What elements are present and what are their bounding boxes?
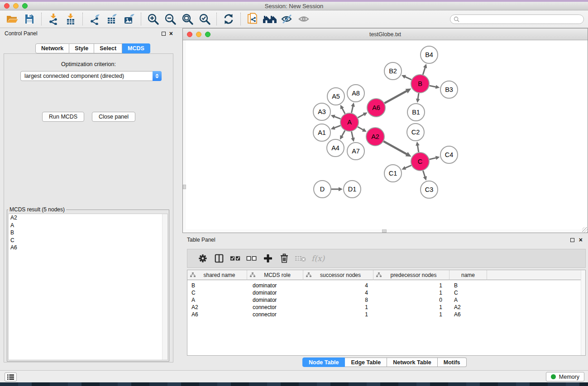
hide-graphics-details-button[interactable] (278, 12, 296, 26)
graph-edge[interactable] (351, 132, 355, 142)
mcds-result-item[interactable]: A (9, 222, 167, 229)
select-all-checkboxes-button[interactable] (227, 251, 244, 266)
graph-edge[interactable] (331, 125, 341, 129)
float-panel-icon[interactable] (570, 238, 574, 242)
network-graph[interactable]: B4B2BB3A8A5A6A3B1AC2A1A2A4A7C4CC1DD1C3 (183, 40, 588, 233)
graph-node[interactable]: C1 (384, 165, 402, 182)
table-cell[interactable]: A2 (187, 304, 247, 311)
table-cell[interactable]: 1 (373, 304, 449, 311)
tab-mcds[interactable]: MCDS (122, 43, 150, 53)
table-cell[interactable]: connector (247, 311, 303, 318)
close-panel-icon[interactable]: × (579, 236, 583, 244)
column-header-predecessor-nodes[interactable]: predecessor nodes (373, 270, 449, 280)
mcds-result-list[interactable]: A2ABCA6 (8, 214, 168, 360)
table-cell[interactable]: B (187, 282, 247, 289)
graph-edge[interactable] (416, 142, 420, 152)
graph-node[interactable]: B (411, 75, 429, 93)
graph-node[interactable]: A6 (367, 99, 385, 117)
memory-button[interactable]: Memory (546, 372, 584, 381)
graph-node[interactable]: B4 (421, 46, 438, 63)
network-horizontal-scroll-thumb[interactable] (382, 229, 387, 233)
graph-node[interactable]: C2 (407, 124, 424, 141)
tab-motifs[interactable]: Motifs (438, 357, 467, 367)
tab-style[interactable]: Style (69, 43, 94, 53)
table-cell[interactable]: 1 (373, 282, 449, 289)
search-input[interactable] (459, 15, 583, 23)
tab-edge-table[interactable]: Edge Table (345, 357, 387, 367)
float-panel-icon[interactable] (162, 32, 166, 36)
graph-edge[interactable] (384, 89, 411, 103)
table-cell[interactable]: A2 (449, 304, 487, 311)
tab-node-table[interactable]: Node Table (302, 357, 345, 367)
mcds-result-item[interactable]: A2 (9, 214, 167, 222)
graph-edge[interactable] (423, 64, 427, 75)
export-image-button[interactable] (120, 12, 138, 26)
delete-row-button[interactable] (276, 251, 292, 266)
graph-node[interactable]: C (411, 152, 429, 171)
table-cell[interactable]: A (449, 296, 487, 304)
graph-edge[interactable] (423, 171, 427, 181)
graph-edge[interactable] (331, 187, 343, 191)
table-cell[interactable]: C (187, 289, 247, 296)
graph-edge[interactable] (351, 103, 355, 113)
graph-node[interactable]: B2 (384, 62, 402, 80)
table-cell[interactable]: C (449, 289, 487, 296)
close-panel-icon[interactable]: × (169, 29, 173, 38)
column-header-successor-nodes[interactable]: successor nodes (303, 270, 373, 280)
mcds-result-item[interactable]: A6 (9, 244, 167, 252)
show-graphics-details-button[interactable] (296, 12, 313, 26)
close-panel-button[interactable]: Close panel (92, 112, 135, 122)
graph-node[interactable]: A2 (366, 128, 384, 146)
table-cell[interactable]: 1 (303, 304, 373, 311)
column-header-shared-name[interactable]: shared name (187, 270, 247, 280)
export-table-button[interactable] (103, 12, 120, 26)
table-cell[interactable]: connector (247, 304, 303, 311)
run-mcds-button[interactable]: Run MCDS (42, 112, 84, 122)
window-resize-grip[interactable] (582, 227, 588, 233)
graph-node[interactable]: A3 (313, 103, 330, 120)
zoom-in-button[interactable] (144, 12, 162, 26)
tab-network-table[interactable]: Network Table (387, 357, 438, 367)
graph-node[interactable]: A1 (313, 124, 330, 141)
table-cell[interactable]: 1 (373, 289, 449, 296)
refresh-view-button[interactable] (220, 12, 237, 26)
mcds-result-item[interactable]: C (9, 237, 167, 244)
table-cell[interactable]: B (449, 282, 487, 289)
column-header-name[interactable]: name (449, 270, 487, 280)
graph-node[interactable]: D1 (344, 181, 361, 198)
table-cell[interactable]: 1 (373, 311, 449, 318)
table-cell[interactable]: dominator (247, 282, 303, 289)
table-cell[interactable]: A6 (449, 311, 487, 318)
graph-node[interactable]: A4 (327, 139, 344, 157)
graph-edge[interactable] (429, 156, 440, 160)
search-box[interactable] (450, 14, 584, 24)
deselect-all-checkboxes-button[interactable] (244, 251, 260, 266)
graph-edge[interactable] (340, 130, 345, 139)
graph-edge[interactable] (331, 114, 341, 119)
zoom-fit-button[interactable] (179, 12, 196, 26)
table-cell[interactable]: A (187, 296, 247, 304)
graph-edge[interactable] (383, 141, 411, 157)
graph-edge[interactable] (340, 105, 345, 114)
tab-network[interactable]: Network (35, 43, 69, 53)
zoom-selected-button[interactable] (196, 12, 213, 26)
table-cell[interactable]: dominator (247, 289, 303, 296)
graph-edge[interactable] (402, 75, 411, 80)
table-cell[interactable]: dominator (247, 296, 303, 304)
table-cell[interactable]: 4 (303, 289, 373, 296)
network-vertical-scroll-thumb[interactable] (183, 185, 186, 189)
task-history-button[interactable] (5, 372, 17, 381)
tab-select[interactable]: Select (94, 43, 122, 53)
table-cell[interactable]: A6 (187, 311, 247, 318)
import-table-button[interactable] (62, 12, 79, 26)
show-columns-button[interactable] (211, 251, 227, 266)
graph-edge[interactable] (358, 127, 367, 132)
table-cell[interactable]: 0 (373, 296, 449, 304)
mcds-list-scrollbar[interactable] (162, 214, 167, 360)
graph-edge[interactable] (358, 112, 367, 117)
add-row-button[interactable] (260, 251, 276, 266)
column-header-MCDS-role[interactable]: MCDS role (247, 270, 303, 280)
export-network-button[interactable] (86, 12, 103, 26)
clear-table-button[interactable] (292, 251, 309, 266)
table-cell[interactable]: 4 (303, 282, 373, 289)
